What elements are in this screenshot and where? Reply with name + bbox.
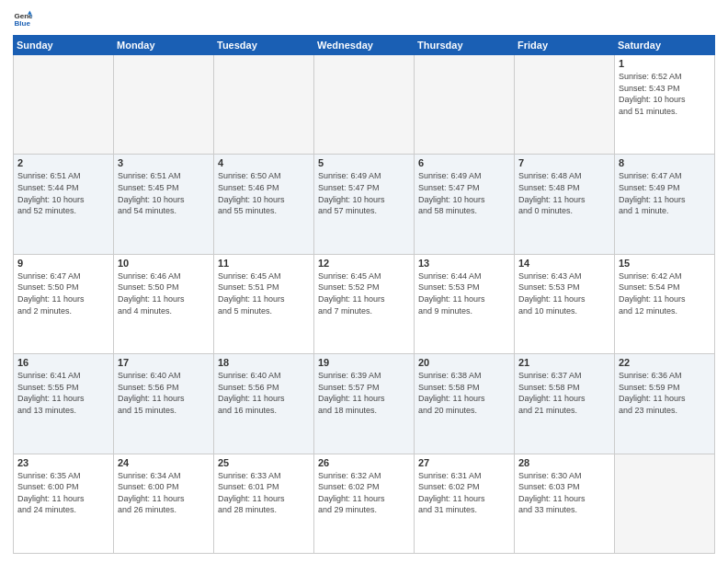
day-number: 1 <box>619 58 711 69</box>
day-number: 19 <box>318 357 410 368</box>
day-number: 13 <box>418 258 510 269</box>
day-number: 20 <box>418 357 510 368</box>
day-info: Sunrise: 6:49 AM Sunset: 5:47 PM Dayligh… <box>418 170 510 216</box>
day-info: Sunrise: 6:52 AM Sunset: 5:43 PM Dayligh… <box>619 71 711 117</box>
col-header-saturday: Saturday <box>615 36 715 55</box>
col-header-monday: Monday <box>114 36 214 55</box>
col-header-sunday: Sunday <box>14 36 114 55</box>
svg-text:Blue: Blue <box>14 19 30 28</box>
day-cell: 1Sunrise: 6:52 AM Sunset: 5:43 PM Daylig… <box>615 55 715 155</box>
day-number: 22 <box>619 357 711 368</box>
day-number: 14 <box>518 258 610 269</box>
day-number: 3 <box>118 157 210 168</box>
day-info: Sunrise: 6:41 AM Sunset: 5:55 PM Dayligh… <box>17 370 109 416</box>
col-header-thursday: Thursday <box>415 36 515 55</box>
day-number: 18 <box>218 357 310 368</box>
day-number: 9 <box>17 258 109 269</box>
day-cell: 20Sunrise: 6:38 AM Sunset: 5:58 PM Dayli… <box>415 354 515 454</box>
day-info: Sunrise: 6:45 AM Sunset: 5:52 PM Dayligh… <box>318 270 410 316</box>
day-number: 6 <box>418 157 510 168</box>
day-number: 8 <box>619 157 711 168</box>
col-header-friday: Friday <box>515 36 615 55</box>
day-info: Sunrise: 6:33 AM Sunset: 6:01 PM Dayligh… <box>218 470 310 516</box>
day-info: Sunrise: 6:32 AM Sunset: 6:02 PM Dayligh… <box>318 470 410 516</box>
day-info: Sunrise: 6:40 AM Sunset: 5:56 PM Dayligh… <box>118 370 210 416</box>
day-cell: 7Sunrise: 6:48 AM Sunset: 5:48 PM Daylig… <box>515 155 615 254</box>
day-number: 5 <box>318 157 410 168</box>
day-info: Sunrise: 6:38 AM Sunset: 5:58 PM Dayligh… <box>418 370 510 416</box>
day-cell: 16Sunrise: 6:41 AM Sunset: 5:55 PM Dayli… <box>14 354 114 454</box>
day-info: Sunrise: 6:48 AM Sunset: 5:48 PM Dayligh… <box>518 170 610 216</box>
day-cell: 18Sunrise: 6:40 AM Sunset: 5:56 PM Dayli… <box>214 354 314 454</box>
day-info: Sunrise: 6:50 AM Sunset: 5:46 PM Dayligh… <box>218 170 310 216</box>
day-number: 12 <box>318 258 410 269</box>
day-cell <box>515 55 615 155</box>
day-cell <box>14 55 114 155</box>
day-number: 27 <box>418 457 510 468</box>
day-number: 21 <box>518 357 610 368</box>
calendar-table: SundayMondayTuesdayWednesdayThursdayFrid… <box>13 35 715 554</box>
day-cell: 22Sunrise: 6:36 AM Sunset: 5:59 PM Dayli… <box>615 354 715 454</box>
day-info: Sunrise: 6:47 AM Sunset: 5:50 PM Dayligh… <box>17 270 109 316</box>
day-cell: 15Sunrise: 6:42 AM Sunset: 5:54 PM Dayli… <box>615 254 715 353</box>
day-info: Sunrise: 6:44 AM Sunset: 5:53 PM Dayligh… <box>418 270 510 316</box>
day-number: 11 <box>218 258 310 269</box>
week-row-3: 9Sunrise: 6:47 AM Sunset: 5:50 PM Daylig… <box>14 254 715 353</box>
day-cell: 5Sunrise: 6:49 AM Sunset: 5:47 PM Daylig… <box>314 155 415 254</box>
logo-icon: General Blue <box>13 9 33 29</box>
day-cell <box>415 55 515 155</box>
day-cell: 24Sunrise: 6:34 AM Sunset: 6:00 PM Dayli… <box>114 454 214 553</box>
day-cell: 2Sunrise: 6:51 AM Sunset: 5:44 PM Daylig… <box>14 155 114 254</box>
day-number: 25 <box>218 457 310 468</box>
day-cell: 14Sunrise: 6:43 AM Sunset: 5:53 PM Dayli… <box>515 254 615 353</box>
day-info: Sunrise: 6:51 AM Sunset: 5:45 PM Dayligh… <box>118 170 210 216</box>
day-cell: 11Sunrise: 6:45 AM Sunset: 5:51 PM Dayli… <box>214 254 314 353</box>
page-container: General Blue SundayMondayTuesdayWednesda… <box>0 0 728 563</box>
day-cell: 3Sunrise: 6:51 AM Sunset: 5:45 PM Daylig… <box>114 155 214 254</box>
day-cell: 25Sunrise: 6:33 AM Sunset: 6:01 PM Dayli… <box>214 454 314 553</box>
day-cell: 23Sunrise: 6:35 AM Sunset: 6:00 PM Dayli… <box>14 454 114 553</box>
day-number: 4 <box>218 157 310 168</box>
day-number: 23 <box>17 457 109 468</box>
logo: General Blue <box>13 9 33 29</box>
day-info: Sunrise: 6:42 AM Sunset: 5:54 PM Dayligh… <box>619 270 711 316</box>
day-cell <box>114 55 214 155</box>
day-number: 16 <box>17 357 109 368</box>
day-info: Sunrise: 6:39 AM Sunset: 5:57 PM Dayligh… <box>318 370 410 416</box>
day-info: Sunrise: 6:35 AM Sunset: 6:00 PM Dayligh… <box>17 470 109 516</box>
day-info: Sunrise: 6:36 AM Sunset: 5:59 PM Dayligh… <box>619 370 711 416</box>
day-cell: 10Sunrise: 6:46 AM Sunset: 5:50 PM Dayli… <box>114 254 214 353</box>
day-info: Sunrise: 6:34 AM Sunset: 6:00 PM Dayligh… <box>118 470 210 516</box>
day-cell: 13Sunrise: 6:44 AM Sunset: 5:53 PM Dayli… <box>415 254 515 353</box>
day-cell: 9Sunrise: 6:47 AM Sunset: 5:50 PM Daylig… <box>14 254 114 353</box>
day-cell: 6Sunrise: 6:49 AM Sunset: 5:47 PM Daylig… <box>415 155 515 254</box>
week-row-2: 2Sunrise: 6:51 AM Sunset: 5:44 PM Daylig… <box>14 155 715 254</box>
day-number: 7 <box>518 157 610 168</box>
day-info: Sunrise: 6:51 AM Sunset: 5:44 PM Dayligh… <box>17 170 109 216</box>
day-cell: 26Sunrise: 6:32 AM Sunset: 6:02 PM Dayli… <box>314 454 415 553</box>
col-header-tuesday: Tuesday <box>214 36 314 55</box>
day-cell: 8Sunrise: 6:47 AM Sunset: 5:49 PM Daylig… <box>615 155 715 254</box>
week-row-1: 1Sunrise: 6:52 AM Sunset: 5:43 PM Daylig… <box>14 55 715 155</box>
day-info: Sunrise: 6:37 AM Sunset: 5:58 PM Dayligh… <box>518 370 610 416</box>
day-info: Sunrise: 6:46 AM Sunset: 5:50 PM Dayligh… <box>118 270 210 316</box>
day-cell <box>214 55 314 155</box>
day-cell: 12Sunrise: 6:45 AM Sunset: 5:52 PM Dayli… <box>314 254 415 353</box>
day-cell: 17Sunrise: 6:40 AM Sunset: 5:56 PM Dayli… <box>114 354 214 454</box>
day-cell: 27Sunrise: 6:31 AM Sunset: 6:02 PM Dayli… <box>415 454 515 553</box>
day-cell: 19Sunrise: 6:39 AM Sunset: 5:57 PM Dayli… <box>314 354 415 454</box>
day-number: 26 <box>318 457 410 468</box>
day-info: Sunrise: 6:40 AM Sunset: 5:56 PM Dayligh… <box>218 370 310 416</box>
day-number: 2 <box>17 157 109 168</box>
day-number: 28 <box>518 457 610 468</box>
day-cell: 4Sunrise: 6:50 AM Sunset: 5:46 PM Daylig… <box>214 155 314 254</box>
header-row: SundayMondayTuesdayWednesdayThursdayFrid… <box>14 36 715 55</box>
day-number: 10 <box>118 258 210 269</box>
week-row-4: 16Sunrise: 6:41 AM Sunset: 5:55 PM Dayli… <box>14 354 715 454</box>
week-row-5: 23Sunrise: 6:35 AM Sunset: 6:00 PM Dayli… <box>14 454 715 553</box>
day-number: 15 <box>619 258 711 269</box>
col-header-wednesday: Wednesday <box>314 36 415 55</box>
day-info: Sunrise: 6:47 AM Sunset: 5:49 PM Dayligh… <box>619 170 711 216</box>
header: General Blue <box>13 9 715 29</box>
day-number: 17 <box>118 357 210 368</box>
